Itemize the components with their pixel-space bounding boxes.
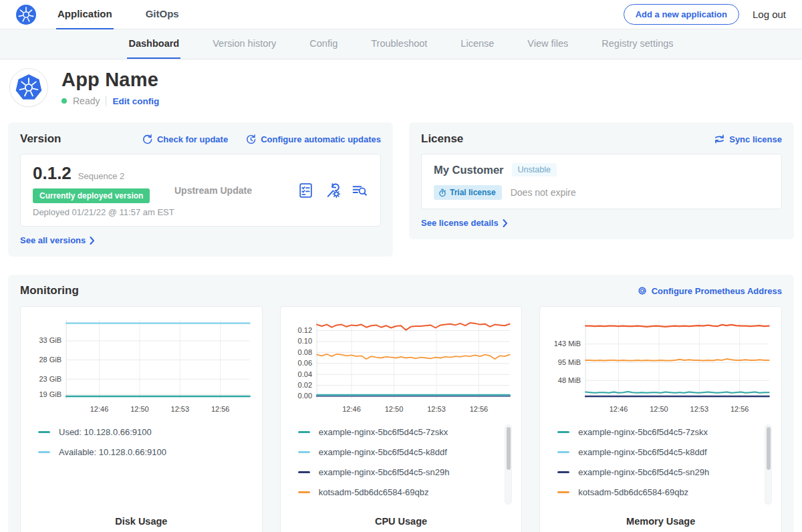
stopwatch-icon [438, 188, 446, 197]
svg-text:12:46: 12:46 [610, 405, 628, 413]
svg-text:0.00: 0.00 [297, 392, 311, 400]
legend-dash [38, 431, 50, 433]
svg-text:0.02: 0.02 [297, 381, 311, 389]
app-title-block: App Name Ready Edit config [61, 69, 159, 106]
subnav-registry-settings[interactable]: Registry settings [600, 29, 674, 59]
subnav-view-files[interactable]: View files [526, 29, 569, 59]
app-header: App Name Ready Edit config [0, 59, 802, 116]
legend-dash [38, 451, 50, 453]
legend-item: example-nginx-5bc6f5d4c5-sn29h [557, 467, 775, 477]
svg-text:12:53: 12:53 [171, 405, 190, 413]
monitoring-section: Monitoring Configure Prometheus Address … [8, 275, 794, 532]
refresh-icon [142, 134, 153, 145]
subnav-troubleshoot[interactable]: Troubleshoot [370, 29, 428, 59]
add-new-application-button[interactable]: Add a new application [624, 4, 739, 25]
charts-row: 33 GiB28 GiB23 GiB19 GiB12:4612:5012:531… [20, 306, 782, 532]
svg-text:0.06: 0.06 [297, 359, 311, 367]
legend-item: example-nginx-5bc6f5d4c5-7zskx [557, 427, 775, 437]
channel-badge: Unstable [512, 163, 557, 176]
svg-text:48 MiB: 48 MiB [558, 376, 581, 384]
legend-item: kotsadm-5db6dc6584-69qbz [298, 487, 515, 497]
tab-application[interactable]: Application [56, 0, 114, 29]
version-source-label: Upstream Update [174, 185, 252, 196]
top-tabs: Application GitOps [56, 0, 211, 29]
cpu-usage-chart-card: 0.120.100.080.060.040.020.0012:4612:5012… [280, 306, 523, 532]
legend-dash [557, 431, 569, 433]
edit-config-link[interactable]: Edit config [112, 96, 159, 106]
svg-text:12:50: 12:50 [130, 405, 149, 413]
memory-usage-chart-card: 143 MiB95 MiB48 MiB12:4612:5012:5312:56 … [539, 306, 782, 532]
legend-item: Available: 10.128.0.66:9100 [38, 447, 255, 457]
diff-search-icon[interactable] [351, 182, 368, 198]
subnav-config[interactable]: Config [308, 29, 339, 59]
check-for-update-link[interactable]: Check for update [142, 134, 228, 145]
svg-text:12:50: 12:50 [650, 405, 668, 413]
legend-item: example-nginx-5bc6f5d4c5-sn29h [298, 467, 515, 477]
gear-icon [637, 285, 648, 296]
legend-dash [557, 471, 569, 473]
chevron-right-icon [90, 237, 95, 245]
subnav-license[interactable]: License [459, 29, 495, 59]
legend-dash [298, 431, 310, 433]
cpu-usage-chart: 0.120.100.080.060.040.020.0012:4612:5012… [287, 315, 515, 416]
svg-text:12:46: 12:46 [90, 405, 109, 413]
config-wrench-icon[interactable] [324, 182, 341, 198]
configure-automatic-updates-link[interactable]: Configure automatic updates [245, 134, 381, 145]
license-card: License Sync license My Customer Unstabl… [409, 122, 794, 239]
legend-dash [298, 491, 310, 493]
legend-item: kotsadm-5db6dc6584-69qbz [557, 487, 775, 497]
memory-usage-legend: example-nginx-5bc6f5d4c5-7zskxexample-ng… [547, 427, 775, 516]
see-all-versions-link[interactable]: See all versions [20, 235, 95, 245]
page-title: App Name [61, 69, 159, 91]
legend-scrollbar-thumb[interactable] [767, 427, 771, 470]
app-subnav: Dashboard Version history Config Trouble… [0, 29, 802, 59]
svg-text:33 GiB: 33 GiB [39, 336, 61, 344]
legend-label: Used: 10.128.0.66:9100 [59, 427, 152, 437]
license-expiry: Does not expire [511, 187, 576, 198]
svg-text:12:53: 12:53 [690, 405, 709, 413]
chevron-right-icon [503, 219, 508, 227]
deployed-version-badge: Currently deployed version [33, 188, 150, 203]
svg-text:0.12: 0.12 [297, 326, 311, 334]
summary-cards-row: Version Check for update [0, 116, 802, 257]
app-kubernetes-icon [9, 68, 48, 107]
svg-text:28 GiB: 28 GiB [39, 356, 61, 364]
chart-title: Disk Usage [27, 516, 255, 529]
disk-usage-legend: Used: 10.128.0.66:9100Available: 10.128.… [27, 427, 255, 516]
svg-text:12:56: 12:56 [730, 405, 749, 413]
legend-scrollbar[interactable] [505, 424, 512, 505]
svg-text:0.08: 0.08 [297, 348, 311, 356]
legend-label: Available: 10.128.0.66:9100 [59, 447, 166, 457]
chart-title: Memory Usage [547, 516, 775, 529]
disk-usage-chart-card: 33 GiB28 GiB23 GiB19 GiB12:4612:5012:531… [20, 306, 263, 532]
legend-label: example-nginx-5bc6f5d4c5-k8ddf [319, 447, 447, 457]
subnav-version-history[interactable]: Version history [211, 29, 277, 59]
sync-license-link[interactable]: Sync license [714, 134, 782, 144]
configure-prometheus-link[interactable]: Configure Prometheus Address [637, 285, 782, 296]
version-card: Version Check for update [8, 122, 393, 257]
subnav-dashboard[interactable]: Dashboard [127, 29, 180, 59]
status-dot [61, 98, 67, 104]
legend-item: Used: 10.128.0.66:9100 [38, 427, 255, 437]
logout-button[interactable]: Log out [753, 9, 786, 20]
legend-dash [557, 451, 569, 453]
schedule-refresh-icon [245, 134, 257, 145]
swap-arrows-icon [714, 134, 725, 144]
svg-text:95 MiB: 95 MiB [558, 358, 581, 366]
legend-label: example-nginx-5bc6f5d4c5-sn29h [319, 467, 450, 477]
kubernetes-logo-icon [16, 5, 36, 25]
legend-item: example-nginx-5bc6f5d4c5-k8ddf [298, 447, 515, 457]
svg-text:12:46: 12:46 [342, 405, 361, 413]
legend-label: example-nginx-5bc6f5d4c5-k8ddf [578, 447, 706, 457]
legend-scrollbar[interactable] [765, 424, 772, 505]
license-detail-panel: My Customer Unstable Trial license Does … [421, 154, 782, 209]
legend-scrollbar-thumb[interactable] [507, 427, 511, 470]
svg-text:23 GiB: 23 GiB [39, 375, 61, 383]
legend-dash [298, 471, 310, 473]
tab-gitops[interactable]: GitOps [144, 0, 180, 29]
svg-text:0.10: 0.10 [297, 337, 311, 345]
svg-text:12:56: 12:56 [211, 405, 230, 413]
see-license-details-link[interactable]: See license details [421, 218, 508, 228]
preflight-checks-icon[interactable] [297, 182, 314, 198]
top-right-actions: Add a new application Log out [624, 4, 786, 25]
